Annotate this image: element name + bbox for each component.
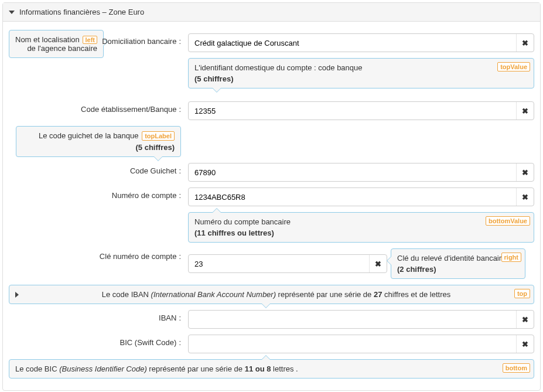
tip-code-banque: topValue L'identifiant domestique du com… [188, 58, 534, 88]
input-wrap-code-banque: ✖ [188, 101, 534, 120]
input-wrap-iban: ✖ [188, 310, 534, 329]
tip-cle-compte-sub: (2 chiffres) [397, 265, 519, 274]
tip-iban-content: Le code IBAN (International Bank Account… [25, 290, 528, 299]
clear-iban-button[interactable]: ✖ [516, 311, 534, 328]
panel-body: Nom et localisation left de l'agence ban… [3, 22, 540, 390]
panel-header[interactable]: Informations financières – Zone Euro [3, 3, 540, 22]
tip-numero-compte-sub: (11 chiffres ou lettres) [194, 229, 528, 237]
tip-numero-compte: bottomValue Numéro du compte bancaire (1… [188, 212, 534, 243]
clear-numero-compte-button[interactable]: ✖ [516, 188, 534, 206]
badge-bottomvalue: bottomValue [486, 216, 530, 226]
label-code-banque: Code établissement/Banque [81, 105, 176, 114]
bic-input[interactable] [189, 335, 516, 353]
label-domiciliation: Domiciliation bancaire [102, 37, 176, 46]
numero-compte-input[interactable] [189, 188, 516, 206]
input-wrap-numero-compte: ✖ [188, 188, 534, 206]
code-guichet-input[interactable] [189, 163, 516, 181]
tip-code-guichet-text: Le code guichet de la banque [39, 131, 139, 140]
label-code-guichet: Code Guichet [130, 166, 177, 175]
close-icon: ✖ [522, 193, 528, 202]
close-icon: ✖ [522, 315, 528, 324]
cle-compte-input[interactable] [189, 255, 369, 272]
input-wrap-code-guichet: ✖ [188, 163, 534, 182]
close-icon: ✖ [375, 260, 381, 268]
input-wrap-domiciliation: ✖ [188, 33, 534, 52]
tip-cle-compte-text: Clé du relevé d'identité bancaire [397, 254, 519, 263]
tip-bic-content: Le code BIC (Business Identifier Code) r… [15, 364, 298, 373]
clear-cle-compte-button[interactable]: ✖ [369, 255, 387, 272]
financial-info-panel: Informations financières – Zone Euro Nom… [2, 2, 541, 391]
badge-topvalue: topValue [497, 62, 530, 71]
close-icon: ✖ [522, 39, 528, 47]
panel-title: Informations financières – Zone Euro [19, 8, 144, 16]
close-icon: ✖ [522, 168, 528, 177]
tip-cle-compte: right Clé du relevé d'identité bancaire … [391, 248, 525, 279]
chevron-right-icon [15, 292, 19, 298]
tip-bic: Le code BIC (Business Identifier Code) r… [9, 359, 534, 379]
badge-toplabel: topLabel [142, 131, 175, 141]
iban-input[interactable] [189, 311, 516, 328]
label-bic: BIC (Swift Code) [120, 338, 177, 347]
tip-iban: Le code IBAN (International Bank Account… [9, 285, 534, 304]
domiciliation-input[interactable] [189, 34, 516, 52]
close-icon: ✖ [522, 107, 528, 115]
close-icon: ✖ [522, 340, 528, 349]
input-wrap-cle-compte: ✖ [188, 254, 387, 273]
clear-code-banque-button[interactable]: ✖ [516, 102, 534, 120]
tip-code-banque-sub: (5 chiffres) [194, 74, 528, 83]
label-iban: IBAN [159, 313, 176, 322]
badge-top: top [514, 289, 530, 298]
tip-code-guichet-sub: (5 chiffres) [22, 143, 175, 152]
tip-numero-compte-text: Numéro du compte bancaire [194, 217, 528, 226]
badge-right: right [501, 253, 521, 262]
tip-code-banque-text: L'identifiant domestique du compte : cod… [194, 63, 528, 72]
label-cle-compte: Clé numéro de compte [100, 252, 177, 261]
code-banque-input[interactable] [189, 102, 516, 120]
clear-bic-button[interactable]: ✖ [516, 335, 534, 353]
badge-bottom: bottom [503, 363, 530, 373]
clear-domiciliation-button[interactable]: ✖ [516, 34, 534, 52]
label-numero-compte: Numéro de compte [112, 191, 177, 200]
input-wrap-bic: ✖ [188, 335, 534, 353]
tip-code-guichet: Le code guichet de la banque topLabel (5… [16, 126, 181, 157]
collapse-toggle-icon [9, 11, 15, 14]
clear-code-guichet-button[interactable]: ✖ [516, 163, 534, 181]
